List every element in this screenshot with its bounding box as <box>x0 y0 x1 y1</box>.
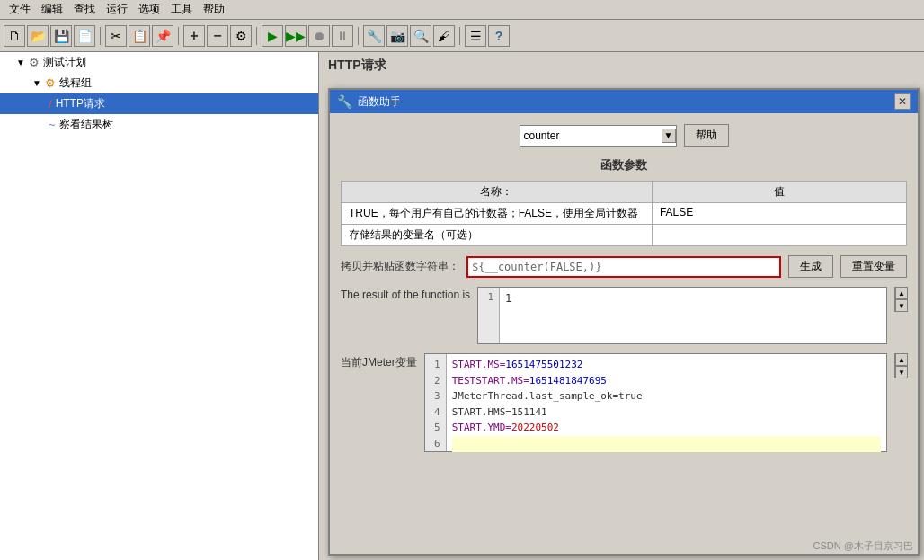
dialog-title-area: 🔧 函数助手 <box>337 94 401 110</box>
toolbar-list-btn[interactable]: ☰ <box>465 25 486 47</box>
func-params-table: 名称： 值 TRUE，每个用户有自己的计数器；FALSE，使用全局计数器 <box>341 181 907 246</box>
param1-input[interactable] <box>660 206 899 218</box>
menu-tools[interactable]: 工具 <box>165 0 198 19</box>
toolbar-more-btn[interactable]: ⚙ <box>230 25 252 47</box>
tree-thread-icon: ⚙ <box>45 76 56 90</box>
toolbar-sep4 <box>358 27 359 45</box>
toolbar-sep5 <box>459 27 460 45</box>
reset-button[interactable]: 重置变量 <box>840 255 907 278</box>
menu-help[interactable]: 帮助 <box>198 0 230 19</box>
copy-paste-row: 拷贝并粘贴函数字符串： 生成 重置变量 <box>341 255 907 278</box>
toolbar-sep1 <box>100 27 101 45</box>
menu-options[interactable]: 选项 <box>133 0 165 19</box>
tree-plan-icon: ⚙ <box>29 56 40 69</box>
menu-file[interactable]: 文件 <box>4 0 36 19</box>
result-line-numbers: 1 <box>478 288 500 343</box>
params-row-1: TRUE，每个用户有自己的计数器；FALSE，使用全局计数器 <box>342 203 907 225</box>
copy-label: 拷贝并粘贴函数字符串： <box>341 259 459 274</box>
tree-item-view-results[interactable]: ~ 察看结果树 <box>0 114 318 135</box>
tree-item-http-request[interactable]: / HTTP请求 <box>0 93 318 114</box>
result-label: The result of the function is <box>341 287 470 301</box>
tree-item-test-plan[interactable]: ▼ ⚙ 测试计划 <box>0 52 318 73</box>
dialog-titlebar: 🔧 函数助手 ✕ <box>330 90 918 113</box>
counter-dropdown-container[interactable]: counter ▼ <box>520 125 677 147</box>
function-dialog: 🔧 函数助手 ✕ counter ▼ 帮助 函数参数 <box>328 88 920 556</box>
toolbar-remove-btn[interactable]: − <box>207 25 228 47</box>
http-title: HTTP请求 <box>319 52 924 79</box>
toolbar-sep2 <box>178 27 179 45</box>
menu-find[interactable]: 查找 <box>68 0 101 19</box>
toolbar-brush-btn[interactable]: 🖌 <box>433 25 455 47</box>
tree-plan-label: 测试计划 <box>43 55 86 70</box>
toolbar-add-btn[interactable]: + <box>183 25 205 47</box>
param1-value[interactable] <box>652 203 906 225</box>
toolbar-copy-btn[interactable]: 📋 <box>129 25 150 47</box>
toolbar-save-btn[interactable]: 💾 <box>50 25 72 47</box>
toolbar-paste-btn[interactable]: 📌 <box>152 25 173 47</box>
jmeter-scroll-down[interactable]: ▼ <box>895 366 908 378</box>
jmeter-var-6 <box>452 436 881 452</box>
tree-http-label: HTTP请求 <box>56 96 105 111</box>
jmeter-var-1: START.MS=1651475501232 <box>452 359 583 370</box>
dialog-title-icon: 🔧 <box>337 94 352 109</box>
toolbar-cut-btn[interactable]: ✂ <box>105 25 127 47</box>
menu-run[interactable]: 运行 <box>101 0 133 19</box>
help-button[interactable]: 帮助 <box>684 124 729 147</box>
menu-edit[interactable]: 编辑 <box>36 0 68 19</box>
right-panel: HTTP请求 🔧 函数助手 ✕ counter ▼ 帮助 <box>319 52 924 560</box>
result-scroll-down[interactable]: ▼ <box>895 299 908 312</box>
generate-button[interactable]: 生成 <box>788 255 833 278</box>
jmeter-var-3: JMeterThread.last_sample_ok=true <box>452 390 643 402</box>
jmeter-vars-row: 当前JMeter变量 123456 START.MS=1651475501232… <box>341 353 907 452</box>
params-row-2: 存储结果的变量名（可选） <box>342 225 907 246</box>
toolbar-help-btn[interactable]: ? <box>488 25 510 47</box>
tree-results-icon: ~ <box>49 118 56 131</box>
toolbar-saveas-btn[interactable]: 📄 <box>74 25 95 47</box>
menubar: 文件 编辑 查找 运行 选项 工具 帮助 <box>0 0 924 20</box>
toolbar-open-btn[interactable]: 📂 <box>27 25 49 47</box>
tree-thread-expand-icon: ▼ <box>32 78 41 88</box>
param1-name: TRUE，每个用户有自己的计数器；FALSE，使用全局计数器 <box>342 203 653 225</box>
result-scroll-up[interactable]: ▲ <box>895 287 908 299</box>
jmeter-var-5: START.YMD=20220502 <box>452 422 559 433</box>
jmeter-scroll-up[interactable]: ▲ <box>895 353 908 366</box>
result-scrollbar: ▲ ▼ <box>894 287 907 312</box>
param2-value[interactable] <box>652 225 906 246</box>
main-layout: ▼ ⚙ 测试计划 ▼ ⚙ 线程组 / HTTP请求 ~ 察看结果树 HTTP请求… <box>0 52 924 560</box>
counter-dropdown-arrow[interactable]: ▼ <box>662 129 676 143</box>
jmeter-line-numbers: 123456 <box>425 354 447 451</box>
result-value: 1 <box>505 292 511 305</box>
left-panel: ▼ ⚙ 测试计划 ▼ ⚙ 线程组 / HTTP请求 ~ 察看结果树 <box>0 52 319 560</box>
toolbar-stop-btn[interactable]: ⏺ <box>308 25 330 47</box>
jmeter-scrollbar: ▲ ▼ <box>894 353 907 378</box>
counter-select-row: counter ▼ 帮助 <box>341 124 907 147</box>
toolbar-cut2-btn[interactable]: 🔧 <box>363 25 385 47</box>
toolbar-run-btn[interactable]: ▶ <box>262 25 283 47</box>
toolbar: 🗋 📂 💾 📄 ✂ 📋 📌 + − ⚙ ▶ ▶▶ ⏺ ⏸ 🔧 📷 🔍 🖌 ☰ ? <box>0 20 924 52</box>
jmeter-var-4: START.HMS=151141 <box>452 406 547 418</box>
tree-http-icon: / <box>49 97 52 111</box>
toolbar-pause-btn[interactable]: ⏸ <box>332 25 353 47</box>
toolbar-search-btn[interactable]: 🔍 <box>410 25 431 47</box>
jmeter-label: 当前JMeter变量 <box>341 353 417 370</box>
result-content: 1 <box>500 288 517 343</box>
dialog-close-btn[interactable]: ✕ <box>894 93 911 110</box>
toolbar-sep3 <box>256 27 257 45</box>
jmeter-content: START.MS=1651475501232 TESTSTART.MS=1651… <box>447 354 886 451</box>
param2-name: 存储结果的变量名（可选） <box>342 225 653 246</box>
jmeter-box: 123456 START.MS=1651475501232 TESTSTART.… <box>424 353 887 452</box>
copy-input[interactable] <box>466 256 781 278</box>
counter-value-text: counter <box>520 129 662 142</box>
result-box: 1 1 <box>477 287 887 344</box>
dialog-body: counter ▼ 帮助 函数参数 名称： 值 <box>330 113 918 554</box>
toolbar-new-btn[interactable]: 🗋 <box>4 25 25 47</box>
col-value-header: 值 <box>652 182 906 203</box>
result-row: The result of the function is 1 1 ▲ ▼ <box>341 287 907 344</box>
param2-input[interactable] <box>660 227 899 240</box>
toolbar-camera-btn[interactable]: 📷 <box>386 25 408 47</box>
tree-expand-icon: ▼ <box>16 58 25 67</box>
toolbar-start-btn[interactable]: ▶▶ <box>285 25 307 47</box>
tree-item-thread-group[interactable]: ▼ ⚙ 线程组 <box>0 73 318 93</box>
watermark: CSDN @木子目京习巴 <box>813 539 913 553</box>
func-params-title: 函数参数 <box>341 157 907 173</box>
